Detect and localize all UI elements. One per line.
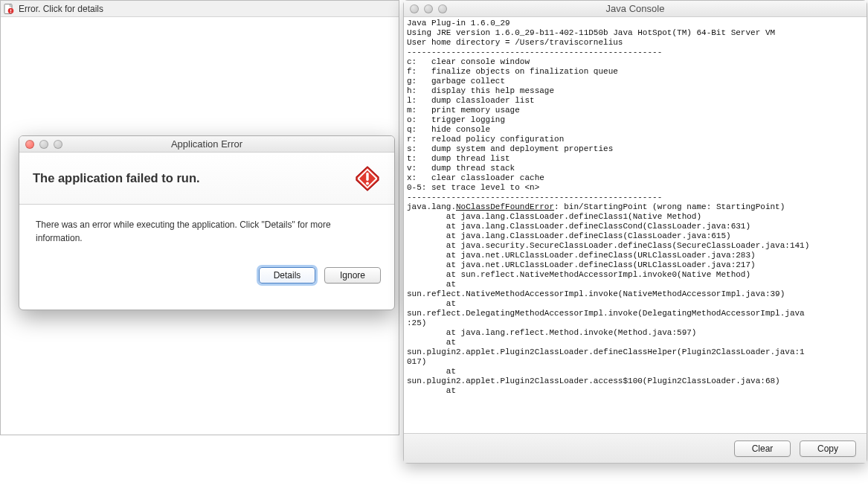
- console-footer: Clear Copy: [404, 433, 867, 463]
- dialog-header: The application failed to run.: [19, 153, 394, 205]
- applet-status-bar[interactable]: Error. Click for details: [1, 1, 399, 17]
- application-error-dialog: Application Error The application failed…: [19, 135, 395, 310]
- console-titlebar[interactable]: Java Console: [404, 1, 867, 17]
- dialog-body-text: There was an error while executing the a…: [19, 205, 394, 267]
- ignore-button[interactable]: Ignore: [324, 267, 381, 283]
- svg-point-8: [366, 182, 369, 185]
- svg-rect-3: [10, 12, 11, 13]
- clear-button[interactable]: Clear: [734, 440, 791, 457]
- zoom-window-button[interactable]: [54, 140, 62, 149]
- window-controls: [25, 140, 62, 149]
- console-title: Java Console: [410, 3, 861, 14]
- dialog-title: Application Error: [25, 138, 388, 150]
- java-console-window: Java Console Java Plug-in 1.6.0_29Using …: [403, 0, 867, 464]
- console-output[interactable]: Java Plug-in 1.6.0_29Using JRE version 1…: [404, 17, 867, 433]
- close-window-button[interactable]: [25, 140, 34, 149]
- copy-button[interactable]: Copy: [800, 440, 856, 457]
- svg-rect-7: [366, 173, 368, 181]
- dialog-heading: The application failed to run.: [33, 171, 354, 185]
- applet-status-text: Error. Click for details: [19, 4, 103, 14]
- close-window-button[interactable]: [410, 4, 419, 13]
- svg-rect-2: [10, 9, 11, 11]
- zoom-window-button[interactable]: [438, 4, 447, 13]
- alert-icon: [354, 165, 381, 192]
- dialog-titlebar[interactable]: Application Error: [19, 136, 394, 153]
- dialog-button-row: Details Ignore: [19, 267, 394, 295]
- minimize-window-button[interactable]: [39, 140, 48, 149]
- details-button[interactable]: Details: [259, 267, 315, 283]
- error-page-icon: [4, 4, 14, 14]
- window-controls: [410, 4, 447, 13]
- minimize-window-button[interactable]: [424, 4, 433, 13]
